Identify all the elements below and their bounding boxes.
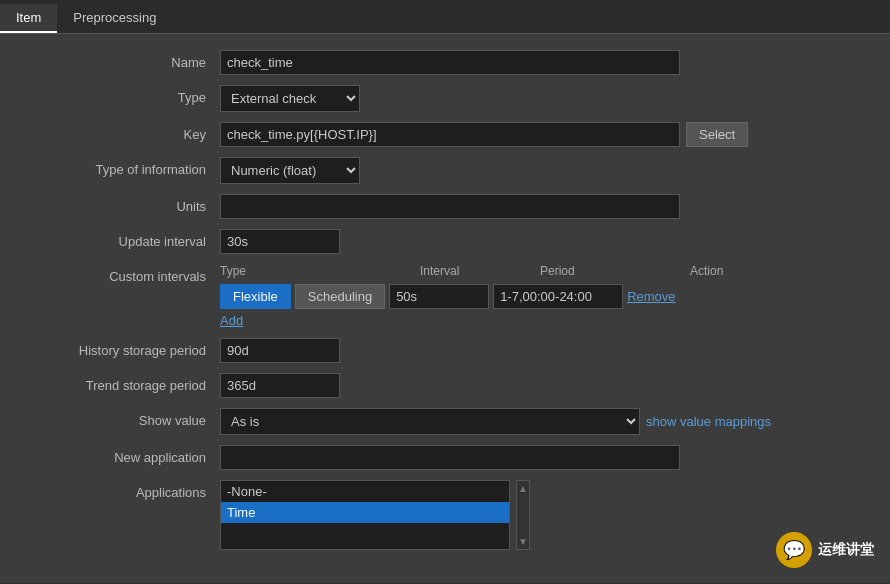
show-value-row: Show value As is0 → Up1 → Down show valu… <box>20 408 870 435</box>
ci-period-input[interactable] <box>493 284 623 309</box>
custom-intervals-control: Type Interval Period Action Flexible Sch… <box>220 264 870 328</box>
new-application-input[interactable] <box>220 445 680 470</box>
show-value-select[interactable]: As is0 → Up1 → Down <box>220 408 640 435</box>
applications-row: Applications -None- Time ▲ ▼ <box>20 480 870 550</box>
tab-item[interactable]: Item <box>0 4 57 33</box>
new-application-control <box>220 445 870 470</box>
ci-header-period: Period <box>540 264 690 278</box>
key-input[interactable] <box>220 122 680 147</box>
type-select[interactable]: External checkZabbix agentZabbix trapper… <box>220 85 360 112</box>
select-button[interactable]: Select <box>686 122 748 147</box>
type-info-control: Numeric (float)Numeric (unsigned)Charact… <box>220 157 870 184</box>
ci-interval-input[interactable] <box>389 284 489 309</box>
show-value-control: As is0 → Up1 → Down show value mappings <box>220 408 870 435</box>
units-control <box>220 194 870 219</box>
ci-add-link[interactable]: Add <box>220 313 243 328</box>
trend-storage-input[interactable] <box>220 373 340 398</box>
units-row: Units <box>20 194 870 219</box>
trend-storage-row: Trend storage period <box>20 373 870 398</box>
history-storage-input[interactable] <box>220 338 340 363</box>
tab-bar: Item Preprocessing <box>0 0 890 34</box>
key-row: Key Select <box>20 122 870 147</box>
custom-intervals-row: Custom intervals Type Interval Period Ac… <box>20 264 870 328</box>
trend-storage-label: Trend storage period <box>20 373 220 393</box>
units-label: Units <box>20 194 220 214</box>
ci-remove-link[interactable]: Remove <box>627 289 675 304</box>
update-interval-label: Update interval <box>20 229 220 249</box>
app-item-none[interactable]: -None- <box>221 481 509 502</box>
app-item-time[interactable]: Time <box>221 502 509 523</box>
applications-control: -None- Time ▲ ▼ <box>220 480 870 550</box>
type-info-select[interactable]: Numeric (float)Numeric (unsigned)Charact… <box>220 157 360 184</box>
applications-listbox[interactable]: -None- Time <box>220 480 510 550</box>
trend-storage-control <box>220 373 870 398</box>
name-row: Name <box>20 50 870 75</box>
new-application-row: New application <box>20 445 870 470</box>
units-input[interactable] <box>220 194 680 219</box>
ci-row-1: Flexible Scheduling Remove <box>220 284 770 309</box>
key-label: Key <box>20 122 220 142</box>
update-interval-input[interactable] <box>220 229 340 254</box>
ci-flexible-button[interactable]: Flexible <box>220 284 291 309</box>
form-content: Name Type External checkZabbix agentZabb… <box>0 34 890 583</box>
ci-header-interval: Interval <box>420 264 540 278</box>
ci-scheduling-button[interactable]: Scheduling <box>295 284 385 309</box>
ci-header: Type Interval Period Action <box>220 264 770 278</box>
type-info-label: Type of information <box>20 157 220 177</box>
show-value-label: Show value <box>20 408 220 428</box>
update-interval-control <box>220 229 870 254</box>
applications-listbox-container: -None- Time ▲ ▼ <box>220 480 530 550</box>
name-control <box>220 50 870 75</box>
ci-header-action: Action <box>690 264 770 278</box>
ci-header-type: Type <box>220 264 420 278</box>
key-control: Select <box>220 122 870 147</box>
type-info-row: Type of information Numeric (float)Numer… <box>20 157 870 184</box>
name-input[interactable] <box>220 50 680 75</box>
type-control: External checkZabbix agentZabbix trapper… <box>220 85 870 112</box>
ci-add-row: Add <box>220 313 770 328</box>
history-storage-control <box>220 338 870 363</box>
type-row: Type External checkZabbix agentZabbix tr… <box>20 85 870 112</box>
tab-preprocessing[interactable]: Preprocessing <box>57 4 172 33</box>
update-interval-row: Update interval <box>20 229 870 254</box>
history-storage-row: History storage period <box>20 338 870 363</box>
show-value-mappings-link[interactable]: show value mappings <box>646 414 771 429</box>
custom-intervals-label: Custom intervals <box>20 264 220 284</box>
new-application-label: New application <box>20 445 220 465</box>
applications-label: Applications <box>20 480 220 500</box>
history-storage-label: History storage period <box>20 338 220 358</box>
name-label: Name <box>20 50 220 70</box>
custom-intervals-container: Type Interval Period Action Flexible Sch… <box>220 264 770 328</box>
applications-scrollbar[interactable]: ▲ ▼ <box>516 480 530 550</box>
type-label: Type <box>20 85 220 105</box>
